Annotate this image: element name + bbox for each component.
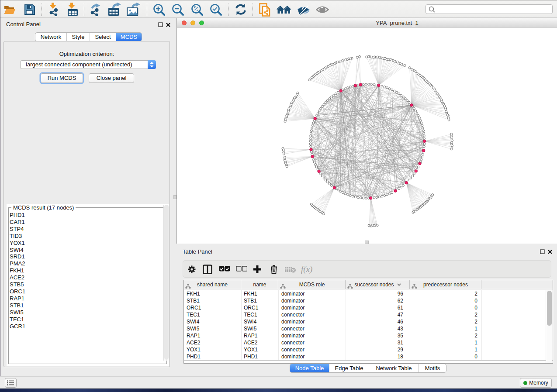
svg-text:f(x): f(x): [301, 265, 312, 274]
